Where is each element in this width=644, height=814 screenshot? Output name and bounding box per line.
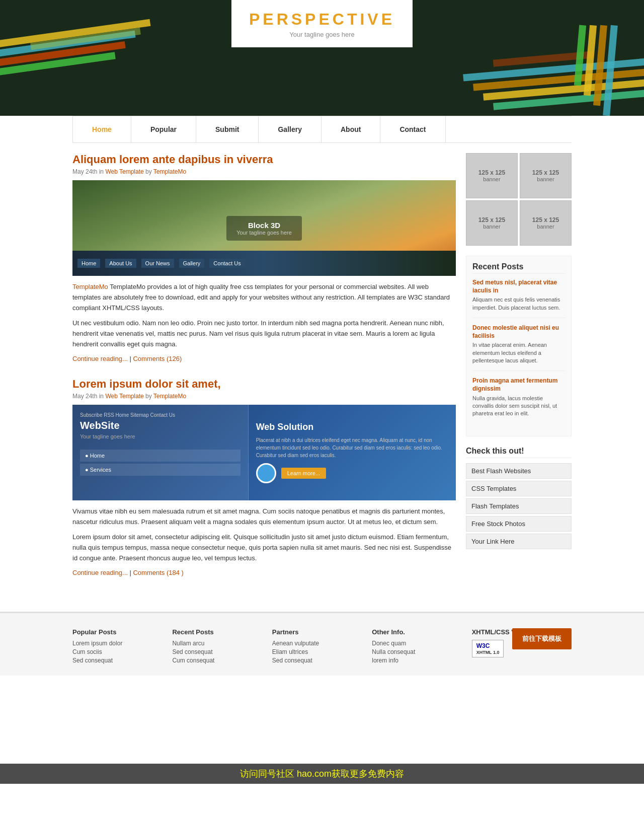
check-out-link-5[interactable]: Your Link Here	[466, 534, 572, 549]
post-1: Aliquam lorem ante dapibus in viverra Ma…	[72, 153, 456, 362]
w3c-badge: W3C XHTML 1.0	[472, 640, 504, 657]
banner-grid: 125 x 125 banner 125 x 125 banner 125 x …	[466, 153, 572, 246]
footer-popular-2[interactable]: Cum sociis	[72, 648, 102, 655]
footer-partners-title: Partners	[272, 628, 372, 636]
post-2: Lorem ipsum dolor sit amet, May 24th in …	[72, 378, 456, 576]
download-button[interactable]: 前往下载模板	[512, 628, 572, 649]
recent-posts-section: Recent Posts Sed metus nisl, placerat vi…	[466, 256, 572, 436]
post-1-title: Aliquam lorem ante dapibus in viverra	[72, 153, 456, 166]
recent-post-2-excerpt: In vitae placerat enim. Aenean elementum…	[472, 341, 565, 364]
recent-post-3: Proin magna amet fermentum dignissim Nul…	[472, 377, 565, 423]
content-area: Aliquam lorem ante dapibus in viverra Ma…	[72, 153, 456, 591]
post-1-image: Home About Us Our News Gallery Contact U…	[72, 180, 456, 276]
footer-other-1[interactable]: Donec quam	[372, 640, 406, 647]
recent-post-1-title[interactable]: Sed metus nisl, placerat vitae iaculis i…	[472, 279, 565, 294]
post-2-meta: May 24th in Web Template by TemplateMo	[72, 393, 456, 400]
check-out-link-1[interactable]: Best Flash Websites	[466, 463, 572, 479]
post-1-category[interactable]: Web Template	[105, 168, 143, 175]
footer-popular-1[interactable]: Lorem ipsum dolor	[72, 640, 122, 647]
check-out-item-2: CSS Templates	[466, 481, 572, 496]
footer-partner-1[interactable]: Aenean vulputate	[272, 640, 319, 647]
recent-post-1: Sed metus nisl, placerat vitae iaculis i…	[472, 279, 565, 318]
recent-post-2: Donec molestie aliquet nisi eu facilisis…	[472, 324, 565, 371]
footer-col-recent: Recent Posts Nullam arcu Sed consequat C…	[172, 628, 272, 665]
post-2-image: Subscribe RSS Home Sitemap Contact Us We…	[72, 405, 456, 500]
footer-other-2[interactable]: Nulla consequat	[372, 648, 415, 655]
check-out-link-3[interactable]: Flash Templates	[466, 498, 572, 514]
post-1-comments[interactable]: Comments (126)	[133, 355, 182, 362]
post-2-title: Lorem ipsum dolor sit amet,	[72, 378, 456, 391]
post-1-links: Continue reading... | Comments (126)	[72, 355, 456, 362]
check-out-title: Check this out!	[466, 447, 572, 458]
banner-3[interactable]: 125 x 125 banner	[466, 200, 518, 246]
post-2-body1: Vivamus vitae nibh eu sem malesuada rutr…	[72, 506, 456, 528]
recent-post-2-title[interactable]: Donec molestie aliquet nisi eu facilisis	[472, 324, 565, 340]
post-1-meta: May 24th in Web Template by TemplateMo	[72, 168, 456, 175]
footer-col-partners: Partners Aenean vulputate Eliam ultrices…	[272, 628, 372, 665]
post-1-body-link[interactable]: TemplateMo	[72, 283, 108, 290]
footer-partner-2[interactable]: Eliam ultrices	[272, 648, 308, 655]
recent-posts-title: Recent Posts	[472, 262, 565, 274]
check-out-item-3: Flash Templates	[466, 498, 572, 514]
footer-recent-2[interactable]: Sed consequat	[172, 648, 212, 655]
check-out-item-1: Best Flash Websites	[466, 463, 572, 479]
nav-popular[interactable]: Popular	[131, 116, 196, 142]
post-1-author[interactable]: TemplateMo	[153, 168, 186, 175]
post-2-author[interactable]: TemplateMo	[153, 393, 186, 400]
nav-home[interactable]: Home	[72, 116, 131, 142]
logo-box: PERSPECTIVE Your tagline goes here	[231, 0, 413, 47]
nav-gallery[interactable]: Gallery	[259, 116, 321, 142]
footer: Popular Posts Lorem ipsum dolor Cum soci…	[0, 612, 644, 676]
post-2-links: Continue reading... | Comments (184 )	[72, 569, 456, 576]
check-out-list: Best Flash Websites CSS Templates Flash …	[466, 463, 572, 549]
site-title: PERSPECTIVE	[247, 10, 397, 29]
post-2-body2: Lorem ipsum dolor sit amet, consectetur …	[72, 532, 456, 563]
footer-popular-3[interactable]: Sed consequat	[72, 657, 113, 664]
nav-contact[interactable]: Contact	[380, 116, 445, 142]
nav-submit[interactable]: Submit	[196, 116, 259, 142]
banner-4[interactable]: 125 x 125 banner	[520, 200, 572, 246]
check-out-link-2[interactable]: CSS Templates	[466, 481, 572, 496]
nav-about[interactable]: About	[321, 116, 380, 142]
footer-recent-3[interactable]: Cum consequat	[172, 657, 214, 664]
recent-post-3-excerpt: Nulla gravida, lacus molestie convallis …	[472, 395, 565, 418]
banner-2[interactable]: 125 x 125 banner	[520, 153, 572, 198]
header: PERSPECTIVE Your tagline goes here	[0, 0, 644, 116]
check-out-item-5: Your Link Here	[466, 534, 572, 549]
footer-col-popular: Popular Posts Lorem ipsum dolor Cum soci…	[72, 628, 172, 665]
banner-1[interactable]: 125 x 125 banner	[466, 153, 518, 198]
post-2-category[interactable]: Web Template	[105, 393, 143, 400]
recent-post-3-title[interactable]: Proin magna amet fermentum dignissim	[472, 377, 565, 393]
main-nav: Home Popular Submit Gallery About Contac…	[72, 116, 572, 143]
footer-col-other: Other Info. Donec quam Nulla consequat l…	[372, 628, 471, 665]
post-2-continue[interactable]: Continue reading...	[72, 569, 128, 576]
check-out-link-4[interactable]: Free Stock Photos	[466, 516, 572, 532]
recent-post-1-excerpt: Aliquam nec est quis felis venenatis imp…	[472, 296, 565, 312]
post-1-body1: TemplateMo TemplateMo provides a lot of …	[72, 282, 456, 313]
footer-recent-1[interactable]: Nullam arcu	[172, 640, 204, 647]
footer-partner-3[interactable]: Sed consequat	[272, 657, 312, 664]
footer-other-title: Other Info.	[372, 628, 471, 636]
sidebar: 125 x 125 banner 125 x 125 banner 125 x …	[466, 153, 572, 591]
post-1-body2: Ut nec vestibulum odio. Nam non leo odio…	[72, 318, 456, 349]
post-1-continue[interactable]: Continue reading...	[72, 355, 128, 362]
site-tagline: Your tagline goes here	[247, 31, 397, 38]
check-out-item-4: Free Stock Photos	[466, 516, 572, 532]
main-wrapper: Aliquam lorem ante dapibus in viverra Ma…	[72, 143, 572, 591]
check-out-section: Check this out! Best Flash Websites CSS …	[466, 447, 572, 549]
footer-other-3[interactable]: lorem info	[372, 657, 398, 664]
post-2-comments[interactable]: Comments (184 )	[133, 569, 183, 576]
footer-recent-title: Recent Posts	[172, 628, 272, 636]
footer-popular-title: Popular Posts	[72, 628, 172, 636]
